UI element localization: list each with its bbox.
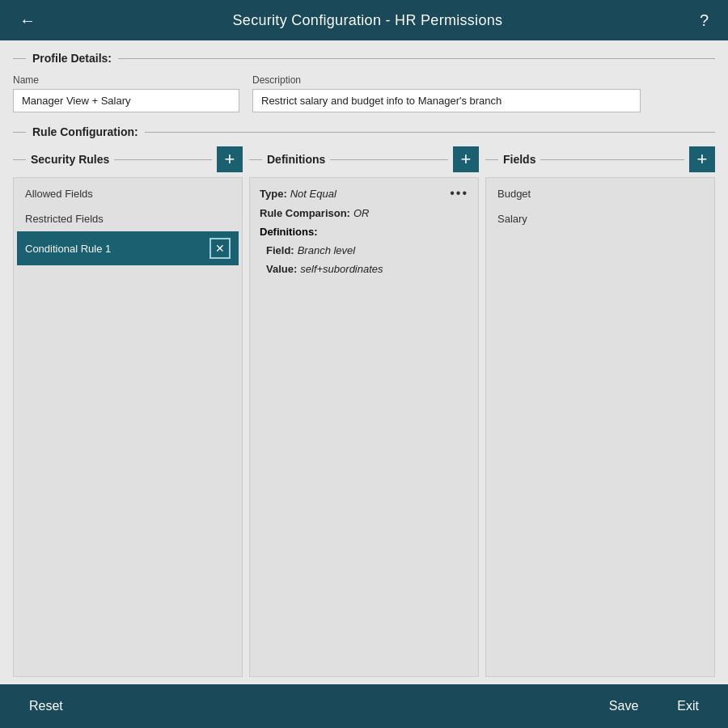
footer: Reset Save Exit [0,684,728,728]
field-budget[interactable]: Budget [489,181,711,206]
more-options-icon[interactable]: ••• [450,186,468,201]
rule-allowed-fields[interactable]: Allowed Fields [17,181,239,206]
type-label: Type: [260,188,287,200]
field-row: Field: Branch level [266,244,468,256]
definitions-label-header: Definitions [267,153,325,166]
definitions-section-label: Definitions: [260,226,468,238]
description-field-group: Description [252,74,641,112]
rule-restricted-fields[interactable]: Restricted Fields [17,206,239,231]
name-label: Name [13,74,239,86]
security-rules-header: Security Rules + [13,146,243,172]
field-value: Branch level [298,244,356,256]
reset-button[interactable]: Reset [13,692,79,720]
header-title: Security Configuration - HR Permissions [233,12,503,29]
definitions-detail: Field: Branch level Value: self+subordin… [260,244,468,275]
description-label: Description [252,74,641,86]
profile-fields: Name Description [13,74,715,112]
name-input[interactable] [13,89,239,112]
definitions-body: Type: Not Equal ••• Rule Comparison: OR … [249,177,479,677]
field-salary[interactable]: Salary [489,206,711,231]
security-rules-column: Security Rules + Allowed Fields Restrict… [13,146,243,677]
rule-delete-button[interactable]: ✕ [210,238,231,259]
rule-config-header: Rule Configuration: [13,125,715,138]
definitions-header: Definitions + [249,146,479,172]
columns-grid: Security Rules + Allowed Fields Restrict… [13,146,715,677]
fields-add-button[interactable]: + [689,146,715,172]
rule-comparison-value: OR [353,207,370,219]
header-line-right [118,58,715,59]
type-value: Not Equal [290,188,336,200]
app-header: ← Security Configuration - HR Permission… [0,0,728,40]
header-line-left [13,58,26,59]
main-content: Profile Details: Name Description Rule C… [0,40,728,684]
fld-line-left [485,159,498,160]
help-button[interactable]: ? [693,8,715,33]
fields-column: Fields + Budget Salary [485,146,715,677]
value-value: self+subordinates [300,263,383,275]
conditional-rule-label: Conditional Rule 1 [25,243,111,255]
type-row: Type: Not Equal ••• [260,186,468,201]
def-line-left [249,159,262,160]
fld-line-right [540,159,684,160]
profile-details-label: Profile Details: [32,52,112,65]
definitions-column: Definitions + Type: Not Equal ••• Rule C… [249,146,479,677]
fields-header: Fields + [485,146,715,172]
value-label: Value: [266,263,297,275]
footer-right: Save Exit [593,692,715,720]
back-button[interactable]: ← [13,8,42,33]
rule-comparison-label: Rule Comparison: [260,207,350,219]
name-field-group: Name [13,74,239,112]
def-line-right [330,159,448,160]
security-rules-body: Allowed Fields Restricted Fields Conditi… [13,177,243,677]
rule-config-label: Rule Configuration: [32,125,138,138]
value-row: Value: self+subordinates [266,263,468,275]
sr-line-right [114,159,212,160]
rule-line-right [145,132,715,133]
field-label: Field: [266,244,294,256]
rule-conditional-rule-1[interactable]: Conditional Rule 1 ✕ [17,231,239,265]
sr-line-left [13,159,26,160]
description-input[interactable] [252,89,641,112]
profile-details-header: Profile Details: [13,52,715,65]
rule-comparison-row: Rule Comparison: OR [260,207,468,219]
fields-body: Budget Salary [485,177,715,677]
security-rules-add-button[interactable]: + [217,146,243,172]
security-rules-label: Security Rules [31,153,109,166]
definitions-add-button[interactable]: + [453,146,479,172]
rule-line-left [13,132,26,133]
fields-label-header: Fields [503,153,535,166]
exit-button[interactable]: Exit [661,692,715,720]
save-button[interactable]: Save [593,692,654,720]
